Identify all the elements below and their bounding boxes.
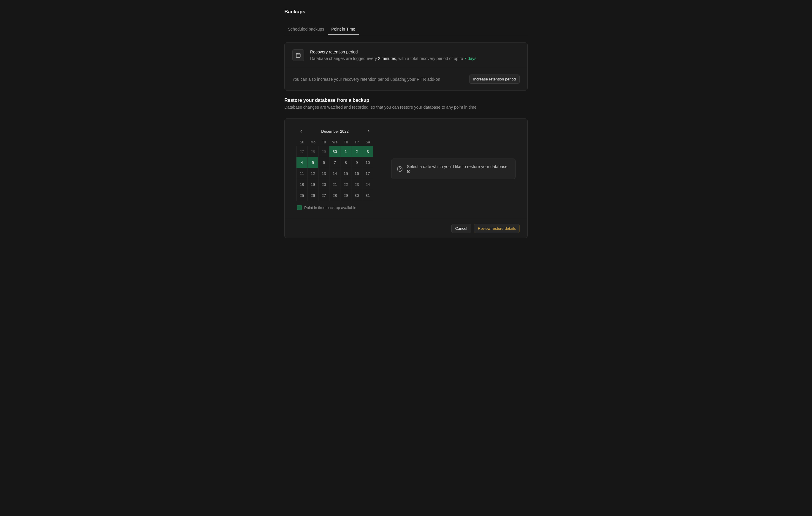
calendar-day[interactable]: 21 <box>329 179 340 190</box>
calendar-day[interactable]: 26 <box>307 190 318 201</box>
addon-text: You can also increase your recovery rete… <box>292 77 463 82</box>
calendar-day[interactable]: 7 <box>329 157 340 168</box>
retention-description: Database changes are logged every 2 minu… <box>310 56 477 61</box>
info-text: Select a date which you'd like to restor… <box>407 164 510 174</box>
calendar-next-button[interactable] <box>365 128 372 135</box>
tab-scheduled-backups[interactable]: Scheduled backups <box>284 24 328 35</box>
calendar-dayname: Tu <box>318 138 329 146</box>
calendar-day[interactable]: 30 <box>329 146 340 157</box>
cancel-button[interactable]: Cancel <box>452 224 471 233</box>
calendar-day[interactable]: 30 <box>351 190 362 201</box>
calendar-dayname: Sa <box>362 138 373 146</box>
calendar-day[interactable]: 15 <box>340 168 351 179</box>
calendar-dayname: Mo <box>308 138 318 146</box>
calendar-day[interactable]: 14 <box>329 168 340 179</box>
calendar-day[interactable]: 16 <box>351 168 362 179</box>
calendar-day[interactable]: 18 <box>296 179 308 190</box>
legend-swatch <box>297 205 302 210</box>
calendar-day[interactable]: 1 <box>340 146 351 157</box>
calendar-day[interactable]: 6 <box>318 157 329 168</box>
calendar-day[interactable]: 11 <box>296 168 308 179</box>
calendar-dayname: Su <box>296 138 308 146</box>
calendar-icon <box>292 49 304 61</box>
restore-subheading: Database changes are watched and recorde… <box>284 105 528 110</box>
calendar-dayname: We <box>329 138 340 146</box>
calendar-day[interactable]: 25 <box>296 190 308 201</box>
tab-point-in-time[interactable]: Point in Time <box>328 24 359 35</box>
calendar-day[interactable]: 4 <box>296 157 308 168</box>
chevron-right-icon <box>366 129 371 134</box>
increase-retention-button[interactable]: Increase retention period <box>469 75 520 84</box>
calendar-dayname: Th <box>340 138 351 146</box>
calendar-day[interactable]: 31 <box>362 190 373 201</box>
restore-heading: Restore your database from a backup <box>284 98 528 103</box>
help-circle-icon <box>397 166 403 172</box>
calendar-day[interactable]: 13 <box>318 168 329 179</box>
tabs: Scheduled backups Point in Time <box>284 24 528 35</box>
calendar-daynames-row: SuMoTuWeThFrSa <box>296 138 373 146</box>
calendar-day[interactable]: 23 <box>351 179 362 190</box>
calendar-day[interactable]: 29 <box>340 190 351 201</box>
calendar-day[interactable]: 17 <box>362 168 373 179</box>
calendar-grid: 2728293012345678910111213141516171819202… <box>296 146 373 201</box>
calendar-day[interactable]: 28 <box>329 190 340 201</box>
calendar-day: 29 <box>318 146 329 157</box>
review-restore-button[interactable]: Review restore details <box>474 224 520 233</box>
restore-card: December 2022 SuMoTuWeThFrSa 27282930123… <box>284 118 528 238</box>
calendar-day[interactable]: 19 <box>307 179 318 190</box>
calendar-day: 27 <box>296 146 308 157</box>
calendar-day[interactable]: 5 <box>307 157 318 168</box>
legend-text: Point in time back up available <box>304 205 356 210</box>
calendar-prev-button[interactable] <box>298 128 305 135</box>
calendar-day[interactable]: 9 <box>351 157 362 168</box>
calendar-day[interactable]: 27 <box>318 190 329 201</box>
calendar-month-label: December 2022 <box>321 129 349 134</box>
info-box: Select a date which you'd like to restor… <box>391 159 516 179</box>
calendar: December 2022 SuMoTuWeThFrSa 27282930123… <box>296 128 373 210</box>
calendar-day[interactable]: 8 <box>340 157 351 168</box>
calendar-day[interactable]: 22 <box>340 179 351 190</box>
calendar-dayname: Fr <box>351 138 362 146</box>
calendar-day[interactable]: 10 <box>362 157 373 168</box>
calendar-day[interactable]: 24 <box>362 179 373 190</box>
retention-card: Recovery retention period Database chang… <box>284 42 528 90</box>
retention-title: Recovery retention period <box>310 50 477 54</box>
chevron-left-icon <box>299 129 303 134</box>
calendar-day[interactable]: 2 <box>351 146 362 157</box>
svg-rect-0 <box>296 53 300 58</box>
calendar-day[interactable]: 20 <box>318 179 329 190</box>
calendar-day: 28 <box>307 146 318 157</box>
calendar-day[interactable]: 12 <box>307 168 318 179</box>
calendar-day[interactable]: 3 <box>362 146 373 157</box>
page-title: Backups <box>284 9 528 15</box>
